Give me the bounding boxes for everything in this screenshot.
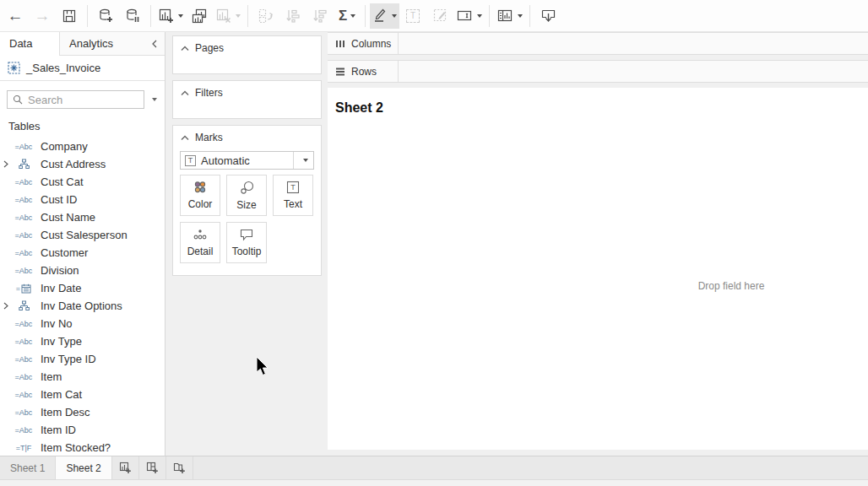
status-bar (0, 479, 868, 486)
cards-pane: Pages Filters Marks T Automatic (165, 32, 328, 456)
fit-icon (456, 8, 474, 24)
columns-drop-area[interactable] (399, 33, 868, 54)
toolbar-separator (365, 5, 366, 27)
marks-card-header: Marks (173, 126, 321, 143)
field-item-inv-date[interactable]: =Inv Date (0, 279, 165, 297)
data-pane: Data Analytics _Sales_Invoice Tables =Ab… (0, 32, 165, 456)
new-dashboard-icon (145, 461, 160, 475)
field-item-item-stocked[interactable]: =T|FItem Stocked? (0, 439, 165, 456)
presentation-mode-button[interactable] (534, 3, 561, 29)
field-item-cust-cat[interactable]: =AbcCust Cat (0, 173, 165, 191)
field-name: Cust Salesperson (35, 229, 127, 241)
columns-shelf[interactable]: Columns (328, 32, 868, 55)
sort-ascending-icon (285, 8, 301, 24)
pages-card[interactable]: Pages (172, 35, 322, 74)
show-hide-cards-icon (496, 8, 514, 24)
dropdown-caret-icon (350, 14, 355, 18)
show-hide-cards-button[interactable] (494, 3, 525, 29)
worksheet-canvas: Columns Rows Sheet 2 Drop field here (328, 32, 868, 456)
mark-type-dropdown[interactable]: T Automatic (180, 151, 314, 170)
string-field-icon: =Abc (12, 213, 35, 222)
totals-sigma-icon: Σ (339, 8, 347, 23)
redo-button[interactable]: → (29, 3, 56, 29)
sheet-title: Sheet 2 (335, 100, 383, 116)
duplicate-sheet-icon (191, 8, 208, 24)
field-item-customer[interactable]: =AbcCustomer (0, 244, 165, 262)
search-box[interactable] (7, 90, 144, 109)
dropdown-caret-icon (392, 14, 397, 18)
field-item-cust-salesperson[interactable]: =AbcCust Salesperson (0, 226, 165, 244)
field-name: Cust Cat (35, 176, 84, 188)
datasource-row[interactable]: _Sales_Invoice (0, 56, 165, 81)
field-item-division[interactable]: =AbcDivision (0, 262, 165, 279)
text-button[interactable]: T Text (273, 175, 313, 216)
pane-tabs: Data Analytics (0, 32, 165, 56)
field-item-inv-no[interactable]: =AbcInv No (0, 315, 165, 332)
new-story-tab-button[interactable] (166, 456, 193, 479)
undo-button[interactable]: ← (2, 3, 29, 29)
size-button[interactable]: Size (226, 175, 267, 216)
text-icon: T (286, 181, 300, 194)
format-annotations-button[interactable] (426, 3, 453, 29)
search-input[interactable] (28, 94, 121, 106)
tab-analytics[interactable]: Analytics (59, 32, 144, 55)
rows-drop-area[interactable] (399, 61, 868, 82)
rows-shelf[interactable]: Rows (328, 60, 868, 83)
highlight-button[interactable] (370, 3, 399, 29)
filters-card[interactable]: Filters (172, 80, 322, 119)
new-dashboard-tab-button[interactable] (139, 456, 166, 479)
detail-button[interactable]: Detail (180, 222, 220, 263)
field-item-item-cat[interactable]: =AbcItem Cat (0, 386, 165, 403)
show-mark-labels-button[interactable]: T (399, 3, 426, 29)
sort-ascending-button[interactable] (279, 3, 307, 29)
tab-sheet-2[interactable]: Sheet 2 (56, 456, 111, 479)
highlight-pen-icon (372, 8, 388, 24)
string-field-icon: =Abc (12, 143, 35, 151)
mark-type-caret-button[interactable] (293, 152, 313, 169)
tab-sheet-1[interactable]: Sheet 1 (0, 456, 56, 479)
color-button[interactable]: Color (180, 175, 220, 216)
dropdown-caret-icon (152, 98, 157, 101)
tab-data[interactable]: Data (0, 32, 59, 56)
field-item-item[interactable]: =AbcItem (0, 368, 165, 386)
expand-chevron-icon[interactable] (0, 160, 12, 168)
sheet-view[interactable]: Sheet 2 Drop field here (328, 88, 868, 450)
new-worksheet-button[interactable] (155, 3, 186, 29)
field-item-cust-address[interactable]: Cust Address (0, 155, 165, 173)
collapse-pane-button[interactable] (144, 32, 165, 55)
string-field-icon: =Abc (12, 249, 35, 257)
new-worksheet-tab-button[interactable] (112, 456, 139, 479)
totals-button[interactable]: Σ (334, 3, 361, 29)
duplicate-sheet-button[interactable] (186, 3, 213, 29)
new-worksheet-icon (158, 8, 175, 24)
columns-icon (335, 39, 345, 49)
clear-sheet-button[interactable] (213, 3, 243, 29)
tooltip-button[interactable]: Tooltip (226, 222, 267, 263)
field-item-inv-type[interactable]: =AbcInv Type (0, 332, 165, 350)
field-item-item-desc[interactable]: =AbcItem Desc (0, 403, 165, 421)
redo-icon: → (35, 8, 51, 24)
hierarchy-field-icon (12, 300, 35, 311)
mark-buttons: Color Size T Text Detail Tooltip (173, 175, 321, 263)
toolbar: ← → Σ T (0, 0, 868, 32)
string-field-icon: =Abc (12, 373, 35, 381)
field-item-company[interactable]: =AbcCompany (0, 138, 165, 155)
swap-rows-columns-button[interactable] (252, 3, 279, 29)
field-name: Item ID (35, 424, 76, 436)
field-item-cust-name[interactable]: =AbcCust Name (0, 208, 165, 226)
fit-selector-button[interactable] (453, 3, 485, 29)
string-field-icon: =Abc (12, 408, 35, 417)
rows-icon (335, 67, 345, 77)
save-button[interactable] (56, 3, 83, 29)
new-data-source-button[interactable] (92, 3, 119, 29)
sort-descending-button[interactable] (307, 3, 334, 29)
field-item-inv-type-id[interactable]: =AbcInv Type ID (0, 350, 165, 368)
string-field-icon: =Abc (12, 231, 35, 240)
field-item-cust-id[interactable]: =AbcCust ID (0, 191, 165, 208)
search-options-button[interactable] (144, 98, 161, 101)
field-item-item-id[interactable]: =AbcItem ID (0, 421, 165, 439)
expand-chevron-icon[interactable] (0, 302, 12, 310)
field-item-inv-date-options[interactable]: Inv Date Options (0, 297, 165, 315)
pause-auto-updates-button[interactable] (119, 3, 146, 29)
field-list: =AbcCompanyCust Address=AbcCust Cat=AbcC… (0, 138, 165, 456)
